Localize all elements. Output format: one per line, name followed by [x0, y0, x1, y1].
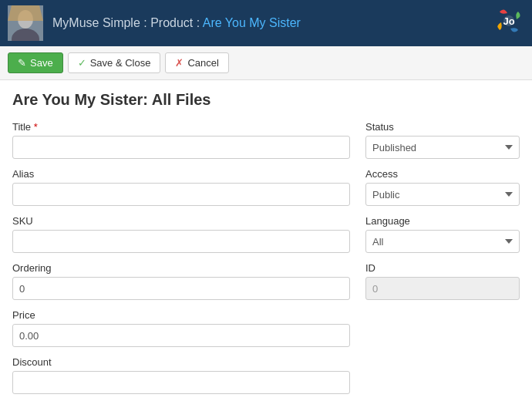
breadcrumb: MyMuse Simple : Product : Are You My Sis…	[52, 16, 493, 30]
alias-label: Alias	[12, 168, 350, 180]
form-left-column: Title * Alias SKU Ordering Price	[12, 121, 350, 403]
language-label: Language	[365, 215, 520, 227]
check-icon: ✓	[78, 57, 86, 69]
ordering-label: Ordering	[12, 262, 350, 274]
access-select[interactable]: Public Registered Special Super Users	[365, 183, 520, 206]
save-button[interactable]: ✎ Save	[8, 52, 63, 73]
id-input	[365, 277, 520, 300]
form-layout: Title * Alias SKU Ordering Price	[12, 121, 520, 403]
discount-label: Discount	[12, 356, 350, 368]
discount-input[interactable]	[12, 371, 350, 394]
price-input[interactable]	[12, 324, 350, 347]
title-label: Title *	[12, 121, 350, 133]
alias-input[interactable]	[12, 183, 350, 206]
access-label: Access	[365, 168, 520, 180]
sku-group: SKU	[12, 215, 350, 253]
svg-text:Jo: Jo	[503, 15, 514, 27]
discount-group: Discount	[12, 356, 350, 394]
title-group: Title *	[12, 121, 350, 159]
content-area: Are You My Sister: All Files Title * Ali…	[0, 80, 532, 414]
status-select[interactable]: Published Unpublished Archived Trashed	[365, 136, 520, 159]
status-label: Status	[365, 121, 520, 133]
cancel-icon: ✗	[175, 57, 184, 69]
language-group: Language All English (UK)	[365, 215, 520, 253]
sku-label: SKU	[12, 215, 350, 227]
ordering-input[interactable]	[12, 277, 350, 300]
sku-input[interactable]	[12, 230, 350, 253]
required-indicator: *	[34, 121, 38, 133]
toolbar: ✎ Save ✓ Save & Close ✗ Cancel	[0, 46, 532, 80]
access-group: Access Public Registered Special Super U…	[365, 168, 520, 206]
form-right-column: Status Published Unpublished Archived Tr…	[365, 121, 520, 403]
app-header: MyMuse Simple : Product : Are You My Sis…	[0, 0, 532, 46]
title-input[interactable]	[12, 136, 350, 159]
id-group: ID	[365, 262, 520, 300]
avatar	[8, 5, 43, 41]
price-label: Price	[12, 309, 350, 321]
price-group: Price	[12, 309, 350, 347]
svg-marker-3	[8, 5, 43, 21]
alias-group: Alias	[12, 168, 350, 206]
ordering-group: Ordering	[12, 262, 350, 300]
cancel-button[interactable]: ✗ Cancel	[165, 52, 228, 73]
save-close-button[interactable]: ✓ Save & Close	[68, 52, 161, 73]
joomla-logo: Jo	[493, 5, 524, 42]
save-icon: ✎	[18, 57, 26, 69]
page-title: Are You My Sister: All Files	[12, 91, 520, 109]
status-group: Status Published Unpublished Archived Tr…	[365, 121, 520, 159]
id-label: ID	[365, 262, 520, 274]
language-select[interactable]: All English (UK)	[365, 230, 520, 253]
